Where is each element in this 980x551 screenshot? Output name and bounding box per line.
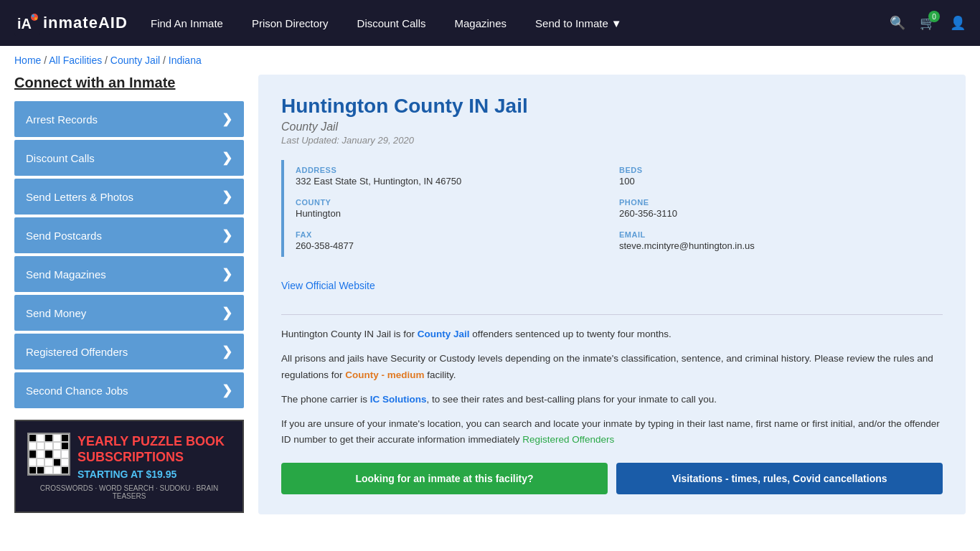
phone-label: PHONE (619, 198, 943, 207)
county-value: Huntington (296, 208, 619, 219)
fax-label: FAX (296, 230, 619, 239)
fax-cell: FAX 260-358-4877 (296, 225, 619, 257)
beds-label: BEDS (619, 166, 943, 174)
beds-cell: BEDS 100 (619, 160, 943, 192)
ad-box: YEARLY PUZZLE BOOK SUBSCRIPTIONS STARTIN… (14, 420, 244, 513)
sidebar-item-send-postcards[interactable]: Send Postcards ❯ (14, 217, 244, 253)
address-cell: ADDRESS 332 East State St, Huntington, I… (296, 160, 619, 192)
svg-text:iA: iA (17, 16, 32, 32)
view-website-link[interactable]: View Official Website (281, 280, 375, 291)
breadcrumb-home[interactable]: Home (14, 55, 41, 66)
sidebar-menu: Arrest Records ❯ Discount Calls ❯ Send L… (14, 101, 244, 408)
ad-sub: CROSSWORDS · WORD SEARCH · SUDOKU · BRAI… (27, 484, 231, 500)
address-label: ADDRESS (296, 166, 619, 174)
county-jail-link[interactable]: County Jail (418, 329, 470, 339)
arrow-icon: ❯ (222, 344, 232, 359)
info-grid: ADDRESS 332 East State St, Huntington, I… (281, 160, 943, 257)
breadcrumb-all-facilities[interactable]: All Facilities (49, 55, 102, 66)
logo-area[interactable]: iA inmateAID (14, 10, 129, 36)
nav-prison-directory[interactable]: Prison Directory (252, 17, 329, 29)
sidebar-ad[interactable]: YEARLY PUZZLE BOOK SUBSCRIPTIONS STARTIN… (14, 420, 244, 513)
sidebar-title: Connect with an Inmate (14, 75, 244, 91)
email-cell: EMAIL steve.mcintyre@huntington.in.us (619, 225, 943, 257)
nav-discount-calls[interactable]: Discount Calls (357, 17, 426, 29)
logo-icon: iA (14, 10, 40, 36)
cart-icon[interactable]: 🛒 0 (920, 15, 936, 31)
looking-for-inmate-button[interactable]: Looking for an inmate at this facility? (281, 463, 608, 494)
arrow-icon: ❯ (222, 189, 232, 204)
arrow-icon: ❯ (222, 227, 232, 243)
logo-text: inmateAID (43, 14, 128, 32)
county-medium-link[interactable]: County - medium (345, 369, 424, 380)
facility-title: Huntington County IN Jail (281, 95, 943, 118)
arrow-icon: ❯ (222, 150, 232, 166)
arrow-icon: ❯ (222, 111, 232, 127)
action-buttons: Looking for an inmate at this facility? … (281, 463, 943, 494)
facility-desc-2: All prisons and jails have Security or C… (281, 351, 943, 383)
sidebar-item-registered-offenders[interactable]: Registered Offenders ❯ (14, 334, 244, 369)
county-cell: COUNTY Huntington (296, 192, 619, 225)
breadcrumb: Home / All Facilities / County Jail / In… (0, 46, 980, 75)
phone-value: 260-356-3110 (619, 208, 943, 219)
visitations-button[interactable]: Visitations - times, rules, Covid cancel… (616, 463, 943, 494)
svg-point-4 (34, 17, 37, 20)
nav-find-inmate[interactable]: Find An Inmate (151, 17, 223, 29)
user-icon[interactable]: 👤 (950, 15, 966, 31)
address-value: 332 East State St, Huntington, IN 46750 (296, 176, 619, 187)
email-label: EMAIL (619, 230, 943, 239)
nav-magazines[interactable]: Magazines (454, 17, 507, 29)
breadcrumb-county-jail[interactable]: County Jail (110, 55, 160, 66)
header-icons: 🔍 🛒 0 👤 (890, 15, 966, 31)
sidebar-item-second-chance-jobs[interactable]: Second Chance Jobs ❯ (14, 372, 244, 408)
facility-content: Huntington County IN Jail County Jail La… (258, 75, 966, 514)
fax-value: 260-358-4877 (296, 240, 619, 251)
nav-send-to-inmate[interactable]: Send to Inmate ▼ (535, 17, 622, 29)
facility-desc-1: Huntington County IN Jail is for County … (281, 326, 943, 342)
sidebar: Connect with an Inmate Arrest Records ❯ … (14, 75, 244, 514)
registered-offenders-link[interactable]: Registered Offenders (522, 434, 614, 445)
breadcrumb-sep2: / (105, 55, 110, 66)
header: iA inmateAID Find An Inmate Prison Direc… (0, 0, 980, 46)
email-value: steve.mcintyre@huntington.in.us (619, 240, 943, 251)
search-icon[interactable]: 🔍 (890, 15, 905, 31)
sidebar-item-send-magazines[interactable]: Send Magazines ❯ (14, 256, 244, 292)
arrow-icon: ❯ (222, 266, 232, 282)
svg-point-3 (32, 14, 34, 17)
crossword-image (27, 433, 70, 476)
dropdown-arrow-icon: ▼ (611, 17, 622, 29)
facility-type: County Jail (281, 121, 943, 133)
ad-price: STARTING AT $19.95 (77, 468, 225, 480)
sidebar-item-arrest-records[interactable]: Arrest Records ❯ (14, 101, 244, 137)
sidebar-item-send-letters-photos[interactable]: Send Letters & Photos ❯ (14, 179, 244, 215)
facility-divider (281, 314, 943, 315)
sidebar-item-send-money[interactable]: Send Money ❯ (14, 295, 244, 331)
cart-badge: 0 (928, 11, 940, 22)
phone-cell: PHONE 260-356-3110 (619, 192, 943, 225)
breadcrumb-state[interactable]: Indiana (169, 55, 202, 66)
main-content: Connect with an Inmate Arrest Records ❯ … (0, 75, 980, 543)
svg-point-2 (31, 14, 38, 21)
nav-links: Find An Inmate Prison Directory Discount… (151, 17, 868, 29)
arrow-icon: ❯ (222, 305, 232, 321)
breadcrumb-sep3: / (163, 55, 169, 66)
sidebar-item-discount-calls[interactable]: Discount Calls ❯ (14, 140, 244, 176)
facility-updated: Last Updated: January 29, 2020 (281, 135, 943, 146)
county-label: COUNTY (296, 198, 619, 207)
ic-solutions-link[interactable]: IC Solutions (370, 394, 427, 405)
ad-title: YEARLY PUZZLE BOOK SUBSCRIPTIONS (77, 434, 225, 465)
arrow-icon: ❯ (222, 382, 232, 398)
beds-value: 100 (619, 176, 943, 187)
facility-desc-3: The phone carrier is IC Solutions, to se… (281, 392, 943, 408)
facility-desc-4: If you are unsure of your inmate's locat… (281, 416, 943, 448)
